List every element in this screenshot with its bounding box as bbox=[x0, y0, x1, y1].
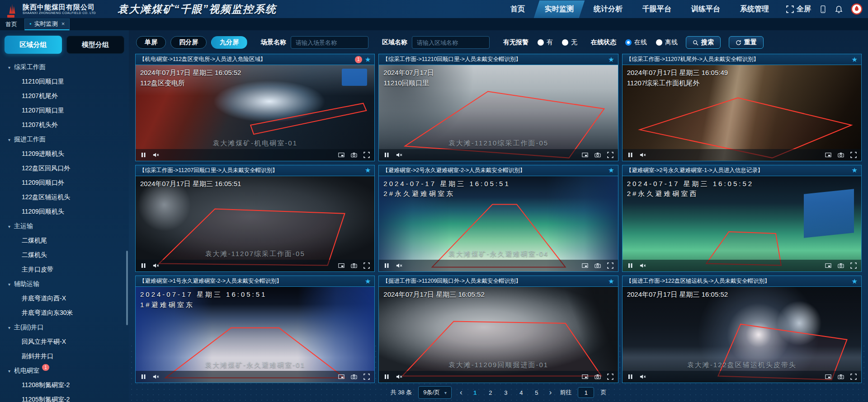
pip-icon[interactable] bbox=[582, 152, 588, 158]
fullscreen-icon[interactable] bbox=[850, 262, 857, 269]
prev-page-button[interactable]: ‹ bbox=[458, 388, 464, 397]
tree-leaf[interactable]: 二煤机尾 bbox=[0, 234, 129, 248]
next-page-button[interactable]: › bbox=[547, 388, 554, 397]
tree-leaf[interactable]: 副斜井井口 bbox=[0, 349, 129, 364]
pip-icon[interactable] bbox=[338, 374, 344, 380]
page-number-2[interactable]: 2 bbox=[486, 389, 495, 396]
reset-button[interactable]: 重置 bbox=[729, 36, 764, 49]
tree-group-main-transport[interactable]: ▾ 主运输 bbox=[0, 219, 129, 234]
fullscreen-icon[interactable] bbox=[363, 262, 370, 269]
pip-icon[interactable] bbox=[825, 374, 831, 380]
pause-icon[interactable] bbox=[627, 374, 633, 380]
video-frame[interactable]: 2024年07月17日 星期三 16:05:49 11207综采工作面机尾外 bbox=[623, 65, 861, 161]
sidebar-scrollbar[interactable] bbox=[126, 251, 128, 325]
favorite-star-icon[interactable]: ★ bbox=[852, 166, 858, 174]
tree-leaf[interactable]: 井底弯道向西-X bbox=[0, 291, 129, 306]
close-icon[interactable]: × bbox=[61, 20, 65, 27]
fullscreen-toggle[interactable]: 全屏 bbox=[786, 5, 811, 14]
pause-icon[interactable] bbox=[627, 262, 633, 269]
video-frame[interactable]: 2024年07月17日 星期三 16:05:51 袁大滩-11207综采工作面-… bbox=[136, 176, 374, 272]
video-frame[interactable]: 2024-07-17 星期三 16:05:51 1#避难硐室东 袁大滩煤矿-永久… bbox=[136, 287, 374, 383]
tree-group-electromechanical-chamber[interactable]: ▾ 机电硐室 1 bbox=[0, 364, 129, 378]
favorite-star-icon[interactable]: ★ bbox=[608, 166, 614, 174]
tree-leaf[interactable]: 11210回顺口里 bbox=[0, 75, 129, 89]
single-screen-button[interactable]: 单屏 bbox=[136, 36, 166, 49]
nav-item-statistics[interactable]: 统计分析 bbox=[592, 0, 624, 18]
pause-icon[interactable] bbox=[140, 262, 146, 269]
pause-icon[interactable] bbox=[140, 152, 146, 158]
mute-icon[interactable] bbox=[396, 374, 402, 380]
page-number-4[interactable]: 4 bbox=[517, 389, 526, 396]
tree-leaf[interactable]: 主井口皮带 bbox=[0, 262, 129, 277]
video-frame[interactable]: 2024年07月17日 11210回顺口里 袁大滩-11210综采工作面-05 bbox=[379, 65, 618, 161]
pip-icon[interactable] bbox=[582, 262, 588, 269]
tree-leaf[interactable]: 11207回顺口里 bbox=[0, 103, 129, 118]
pip-icon[interactable] bbox=[825, 262, 831, 269]
breadcrumb-home[interactable]: 首页 bbox=[5, 20, 17, 28]
search-button[interactable]: 搜索 bbox=[686, 36, 721, 49]
tree-leaf[interactable]: 122盘区辅运机头 bbox=[0, 190, 129, 205]
favorite-star-icon[interactable]: ★ bbox=[608, 277, 614, 285]
sidebar-tab-model-group[interactable]: 模型分组 bbox=[66, 36, 125, 54]
mute-icon[interactable] bbox=[640, 152, 646, 158]
fullscreen-icon[interactable] bbox=[363, 152, 370, 158]
nav-item-training-platform[interactable]: 训练平台 bbox=[689, 0, 722, 18]
nav-item-realtime-monitor[interactable]: 实时监测 bbox=[543, 0, 576, 18]
snapshot-icon[interactable] bbox=[594, 152, 601, 158]
tree-leaf[interactable]: 11205制氮硐室-2 bbox=[0, 393, 129, 402]
tree-leaf[interactable]: 回风立井平硐-X bbox=[0, 335, 129, 349]
goto-page-input[interactable] bbox=[578, 387, 594, 398]
mute-icon[interactable] bbox=[153, 152, 159, 158]
tree-leaf[interactable]: 11207机头外 bbox=[0, 118, 129, 132]
pause-icon[interactable] bbox=[383, 152, 390, 158]
tree-group-aux-transport[interactable]: ▾ 辅助运输 bbox=[0, 277, 129, 291]
tree-leaf[interactable]: 二煤机头 bbox=[0, 248, 129, 262]
nine-screen-button[interactable]: 九分屏 bbox=[211, 36, 247, 49]
mute-icon[interactable] bbox=[396, 262, 402, 269]
page-size-select[interactable]: 9条/页 ▾ bbox=[418, 386, 452, 399]
tab-realtime-monitor[interactable]: ● 实时监测 × bbox=[24, 19, 70, 30]
pause-icon[interactable] bbox=[383, 262, 390, 269]
mobile-phone-icon[interactable] bbox=[819, 5, 827, 13]
snapshot-icon[interactable] bbox=[594, 374, 601, 380]
nav-item-system-management[interactable]: 系统管理 bbox=[738, 0, 771, 18]
tree-leaf[interactable]: 11209回顺机头 bbox=[0, 205, 129, 219]
tree-group-shaft-mouth[interactable]: ▾ 主(副)井口 bbox=[0, 320, 129, 335]
snapshot-icon[interactable] bbox=[351, 262, 357, 269]
radio-alarm-no[interactable]: 无 bbox=[562, 38, 577, 47]
tree-leaf[interactable]: 11208制氮硐室-2 bbox=[0, 378, 129, 393]
pip-icon[interactable] bbox=[338, 262, 344, 269]
sidebar-tab-region-group[interactable]: 区域分组 bbox=[5, 36, 62, 54]
fullscreen-icon[interactable] bbox=[607, 152, 613, 158]
favorite-star-icon[interactable]: ★ bbox=[365, 166, 371, 174]
tree-group-mining-face[interactable]: ▾ 综采工作面 bbox=[0, 60, 129, 75]
radio-online[interactable]: 在线 bbox=[625, 38, 647, 47]
pause-icon[interactable] bbox=[383, 374, 390, 380]
nav-item-qianyan-platform[interactable]: 千眼平台 bbox=[641, 0, 673, 18]
pip-icon[interactable] bbox=[825, 152, 831, 158]
snapshot-icon[interactable] bbox=[351, 374, 357, 380]
scene-name-input[interactable] bbox=[291, 36, 368, 49]
snapshot-icon[interactable] bbox=[351, 152, 357, 158]
fullscreen-icon[interactable] bbox=[607, 374, 613, 380]
video-frame[interactable]: 2024-07-17 星期三 16:05:52 2#永久避难硐室西 bbox=[623, 176, 861, 272]
fullscreen-icon[interactable] bbox=[607, 262, 613, 269]
tree-leaf[interactable]: 11209回顺口外 bbox=[0, 176, 129, 190]
bell-icon[interactable] bbox=[835, 5, 843, 13]
page-number-3[interactable]: 3 bbox=[501, 389, 510, 396]
tree-group-heading-face[interactable]: ▾ 掘进工作面 bbox=[0, 132, 129, 147]
pause-icon[interactable] bbox=[627, 152, 633, 158]
snapshot-icon[interactable] bbox=[838, 152, 844, 158]
tree-leaf[interactable]: 井底弯道向东30米 bbox=[0, 306, 129, 320]
page-number-1[interactable]: 1 bbox=[471, 389, 480, 396]
mute-icon[interactable] bbox=[153, 262, 159, 269]
radio-offline[interactable]: 离线 bbox=[656, 38, 678, 47]
mute-icon[interactable] bbox=[396, 152, 402, 158]
mute-icon[interactable] bbox=[153, 374, 159, 380]
tree-leaf[interactable]: 11207机尾外 bbox=[0, 89, 129, 103]
radio-alarm-yes[interactable]: 有 bbox=[538, 38, 553, 47]
nav-item-home[interactable]: 首页 bbox=[509, 0, 527, 18]
video-frame[interactable]: 2024-07-17 星期三 16:05:51 2#永久避难硐室东 袁大滩煤矿-… bbox=[379, 176, 618, 272]
video-frame[interactable]: 2024年07月17日 星期三 16:05:52 袁大滩-11209回顺掘进面-… bbox=[379, 287, 618, 383]
snapshot-icon[interactable] bbox=[594, 262, 601, 269]
